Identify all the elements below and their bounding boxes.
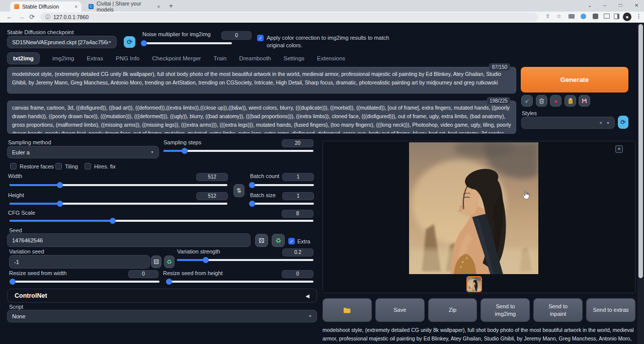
sampling-steps-slider[interactable] <box>164 150 313 152</box>
close-icon: × <box>618 146 620 151</box>
kebab-menu-icon[interactable]: ⋮ <box>636 13 641 20</box>
address-bar[interactable]: ⓘ 127.0.0.1:7860 <box>40 13 538 22</box>
recycle-icon: ♻ <box>167 259 172 266</box>
window-maximize-icon[interactable]: □ <box>619 3 622 8</box>
cfg-scale-slider[interactable] <box>10 220 313 222</box>
share-icon[interactable]: ⇧ <box>545 13 550 20</box>
zip-button[interactable]: Zip <box>428 298 477 322</box>
extra-seed-checkbox[interactable]: ✓ <box>288 238 295 244</box>
variation-strength-value[interactable]: 0.2 <box>282 248 313 256</box>
browser-tab-stable-diffusion[interactable]: Stable Diffusion × <box>10 2 82 12</box>
send-to-inpaint-label: Send to inpaint <box>543 303 573 318</box>
script-dropdown[interactable]: None ▼ <box>7 310 317 322</box>
tab-img2img[interactable]: img2img <box>52 55 74 61</box>
styles-dropdown[interactable]: × ▼ <box>521 117 615 129</box>
tab-checkpoint-merger[interactable]: Checkpoint Merger <box>152 55 201 61</box>
batch-size-slider[interactable] <box>250 203 314 205</box>
paste-generation-params-button[interactable]: ↙ <box>521 95 533 107</box>
resize-seed-height-value[interactable]: 0 <box>282 270 313 278</box>
checkpoint-refresh-button[interactable]: ⟳ <box>124 36 135 48</box>
color-correction-checkbox[interactable]: ✓ <box>257 35 264 41</box>
apply-style-button[interactable] <box>565 95 576 107</box>
send-to-img2img-button[interactable]: Send to img2img <box>480 298 530 322</box>
save-style-button[interactable] <box>579 95 590 107</box>
browser-tab-civitai[interactable]: C Civitai | Share your models × <box>85 2 164 12</box>
send-to-inpaint-button[interactable]: Send to inpaint <box>533 298 583 322</box>
resize-seed-height-slider[interactable] <box>166 281 313 283</box>
reuse-seed-button[interactable]: ♻ <box>272 234 285 247</box>
extra-seed-label: Extra <box>297 238 310 244</box>
sampling-steps-value[interactable]: 20 <box>282 139 313 147</box>
resize-seed-width-slider[interactable] <box>10 281 159 283</box>
tab-dreambooth[interactable]: Dreambooth <box>239 55 271 61</box>
save-button[interactable]: Save <box>375 298 425 322</box>
noise-multiplier-value[interactable]: 0 <box>221 31 252 40</box>
side-panel-icon[interactable] <box>614 14 619 19</box>
batch-size-value[interactable]: 1 <box>282 192 314 200</box>
variation-seed-input[interactable] <box>9 255 150 269</box>
resize-seed-width-value[interactable]: 0 <box>128 270 158 278</box>
puzzle-extensions-icon[interactable] <box>593 14 598 19</box>
tab-extras[interactable]: Extras <box>87 55 103 61</box>
tab-txt2img[interactable]: txt2img <box>7 52 40 64</box>
tab-extensions[interactable]: Extensions <box>317 55 345 61</box>
window-chevron-icon[interactable]: ⌄ <box>588 3 592 8</box>
styles-label: Styles <box>522 110 537 116</box>
tab-close-icon[interactable]: × <box>157 4 160 10</box>
reload-icon[interactable]: ⟳ <box>29 13 35 21</box>
gallery-thumbnail[interactable] <box>466 276 482 292</box>
width-slider[interactable] <box>10 184 227 186</box>
bookmark-star-icon[interactable]: ☆ <box>556 13 561 20</box>
refresh-icon: ⟳ <box>620 119 625 126</box>
tab-close-icon[interactable]: × <box>74 4 77 10</box>
tab-train[interactable]: Train <box>213 55 226 61</box>
new-tab-button[interactable]: + <box>169 2 173 10</box>
reading-list-icon[interactable] <box>604 14 610 19</box>
extra-networks-button[interactable]: ● <box>550 95 561 107</box>
noise-multiplier-slider[interactable] <box>141 42 232 44</box>
scrollbar-thumb[interactable] <box>638 24 643 278</box>
variation-reuse-seed-button[interactable]: ♻ <box>164 255 175 268</box>
prompt-textarea[interactable]: modelshoot style, (extremely detailed CG… <box>7 67 516 94</box>
controlnet-accordion[interactable]: ControlNet ◀ <box>7 289 317 303</box>
swap-dimensions-button[interactable]: ⇅ <box>233 184 245 197</box>
batch-count-slider[interactable] <box>250 184 314 186</box>
batch-count-value[interactable]: 1 <box>282 173 314 181</box>
tab-png-info[interactable]: PNG Info <box>116 55 139 61</box>
width-value[interactable]: 512 <box>196 173 228 181</box>
negative-prompt-textarea[interactable]: canvas frame, cartoon, 3d, ((disfigured)… <box>7 101 516 134</box>
clear-styles-icon[interactable]: × <box>599 120 602 126</box>
extension-media-icon[interactable] <box>581 14 586 19</box>
back-icon[interactable]: ← <box>6 13 13 21</box>
height-value[interactable]: 512 <box>196 192 228 200</box>
variation-strength-slider[interactable] <box>177 259 313 261</box>
cast-icon[interactable] <box>569 14 575 19</box>
chevron-down-icon: ▼ <box>308 314 312 318</box>
restore-faces-checkbox[interactable] <box>10 163 17 169</box>
chevron-down-icon: ▼ <box>108 40 112 44</box>
tiling-checkbox[interactable] <box>55 163 62 169</box>
window-close-icon[interactable]: ✕ <box>634 3 638 8</box>
height-slider[interactable] <box>10 203 227 205</box>
site-info-icon[interactable]: ⓘ <box>45 14 50 21</box>
cfg-scale-value[interactable]: 8 <box>282 210 313 218</box>
random-seed-button[interactable]: ⚄ <box>255 234 268 247</box>
send-to-extras-button[interactable]: Send to extras <box>586 298 635 322</box>
tab-settings[interactable]: Settings <box>284 55 305 61</box>
clear-prompt-button[interactable] <box>536 95 547 107</box>
open-folder-button[interactable] <box>323 298 372 322</box>
profile-avatar[interactable]: ● <box>623 13 631 21</box>
seed-input[interactable] <box>7 233 251 247</box>
window-minimize-icon[interactable]: – <box>603 3 606 8</box>
cfg-scale-label: CFG Scale <box>8 210 35 216</box>
hires-fix-checkbox[interactable] <box>85 163 91 169</box>
check-icon: ✓ <box>259 36 263 41</box>
sampling-method-dropdown[interactable]: Euler a ▼ <box>7 146 159 158</box>
forward-icon[interactable]: → <box>18 13 25 21</box>
generated-image[interactable] <box>409 142 538 274</box>
styles-refresh-button[interactable]: ⟳ <box>618 116 628 129</box>
variation-random-seed-button[interactable]: ⚄ <box>151 255 162 268</box>
checkpoint-dropdown[interactable]: SD15NewVAEpruned.ckpt [27a4ac756c] ▼ <box>7 36 117 48</box>
gallery-close-button[interactable]: × <box>615 145 623 153</box>
generate-button[interactable]: Generate <box>521 67 628 93</box>
